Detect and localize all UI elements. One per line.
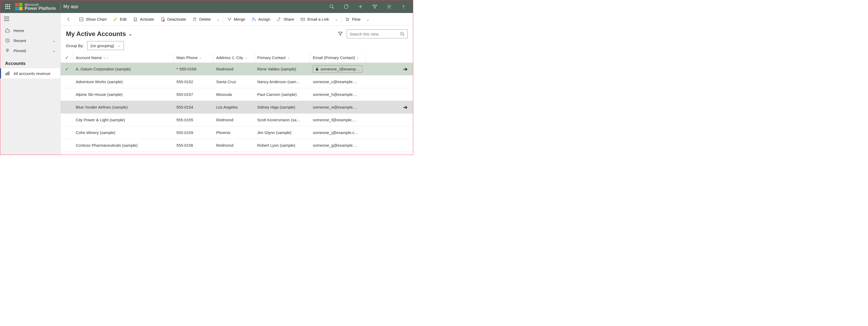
document-cancel-icon — [160, 17, 165, 22]
filter-global-icon[interactable] — [370, 2, 379, 11]
column-header-phone[interactable]: Main Phone ⌄ — [174, 53, 213, 63]
row-navigate[interactable]: ➔ — [366, 66, 413, 72]
cell-primary-contact[interactable]: Robert Lyon (sample) — [254, 143, 310, 148]
flow-button[interactable]: Flow — [342, 15, 364, 23]
cell-account-name[interactable]: Blue Yonder Airlines (sample) — [73, 105, 174, 109]
chevron-down-icon: ⌄ — [106, 56, 109, 59]
cell-email[interactable]: someone_h@example.… — [310, 92, 366, 97]
assign-button[interactable]: Assign — [248, 15, 273, 23]
svg-point-29 — [253, 18, 254, 19]
svg-rect-24 — [6, 73, 6, 75]
sidebar-item-home[interactable]: Home — [0, 25, 60, 35]
cell-main-phone[interactable]: 555-0157 — [174, 92, 213, 97]
search-input[interactable] — [350, 32, 400, 36]
cell-email[interactable]: someone_c@example.… — [310, 79, 366, 84]
search-icon[interactable] — [327, 2, 337, 11]
svg-rect-3 — [5, 6, 6, 7]
cell-primary-contact[interactable]: Rene Valdes (sample) — [254, 67, 310, 71]
help-icon[interactable] — [399, 2, 408, 11]
sidebar-item-recent[interactable]: Recent ⌄ — [0, 35, 60, 45]
cell-email[interactable]: someone_j@example.c… — [310, 130, 366, 135]
cell-city[interactable]: Los Angeles — [213, 105, 254, 109]
cell-city[interactable]: Missoula — [213, 92, 254, 97]
merge-icon — [227, 17, 232, 22]
row-checkbox[interactable]: ✓ — [61, 66, 73, 71]
cell-account-name[interactable]: A. Datum Corporation (sample) — [73, 67, 174, 71]
chevron-down-icon: ⌄ — [356, 56, 359, 59]
email-link-button[interactable]: Email a Link — [297, 15, 332, 23]
sidebar-item-pinned[interactable]: Pinned ⌄ — [0, 45, 60, 56]
cell-city[interactable]: Redmond — [213, 67, 254, 71]
merge-button[interactable]: Merge — [224, 15, 248, 23]
chevron-down-icon: ⌄ — [52, 48, 56, 53]
cell-account-name[interactable]: Alpine Ski House (sample) — [73, 92, 174, 97]
table-row[interactable]: Coho Winery (sample)555-0159PhoenixJim G… — [61, 126, 413, 139]
groupby-select[interactable]: (no grouping) ⌄ — [87, 41, 124, 50]
sidebar-item-all-accounts-revenue[interactable]: All accounts revenue — [0, 68, 60, 78]
cell-email[interactable]: someone_g@example.… — [310, 143, 366, 148]
cell-account-name[interactable]: Coho Winery (sample) — [73, 130, 174, 135]
mail-icon — [300, 17, 305, 22]
cell-primary-contact[interactable]: Nancy Anderson (sam… — [254, 79, 310, 84]
edit-button[interactable]: Edit — [110, 15, 130, 23]
table-row[interactable]: Adventure Works (sample)555-0152Santa Cr… — [61, 75, 413, 88]
cell-account-name[interactable]: City Power & Light (sample) — [73, 118, 174, 122]
cell-email[interactable]: someone_f@example.… — [310, 118, 366, 122]
column-header-email[interactable]: Email (Primary Contact) ⌄ — [310, 53, 366, 63]
svg-rect-8 — [9, 8, 10, 9]
table-row[interactable]: Blue Yonder Airlines (sample)555-0154Los… — [61, 101, 413, 113]
table-row[interactable]: ✓A. Datum Corporation (sample)*555-0158R… — [61, 63, 413, 75]
column-header-contact[interactable]: Primary Contact ⌄ — [254, 53, 310, 63]
cell-primary-contact[interactable]: Paul Cannon (sample) — [254, 92, 310, 97]
delete-dropdown[interactable]: ⌄ — [214, 17, 222, 22]
cell-main-phone[interactable]: 555-0156 — [174, 143, 213, 148]
share-button[interactable]: Share — [273, 15, 297, 23]
cell-city[interactable]: Redmond — [213, 118, 254, 122]
cell-account-name[interactable]: Contoso Pharmaceuticals (sample) — [73, 143, 174, 148]
cell-city[interactable]: Phoenix — [213, 130, 254, 135]
cell-main-phone[interactable]: 555-0152 — [174, 79, 213, 84]
app-launcher-icon[interactable] — [2, 4, 13, 9]
add-icon[interactable] — [356, 2, 365, 11]
sidebar-toggle-icon[interactable] — [0, 15, 60, 25]
task-icon[interactable] — [341, 2, 351, 11]
deactivate-button[interactable]: Deactivate — [157, 15, 189, 23]
cell-primary-contact[interactable]: Jim Glynn (sample) — [254, 130, 310, 135]
column-header-name[interactable]: Account Name ↑ ⌄ — [73, 53, 174, 63]
filter-button[interactable] — [334, 31, 347, 37]
delete-button[interactable]: Delete — [189, 15, 214, 23]
cell-main-phone[interactable]: *555-0158 — [174, 67, 213, 71]
cell-email[interactable]: someone_i@examp… — [310, 65, 366, 72]
cell-main-phone[interactable]: 555-0154 — [174, 105, 213, 109]
search-view-input[interactable] — [347, 29, 408, 38]
cell-email[interactable]: someone_e@example.… — [310, 105, 366, 109]
cell-main-phone[interactable]: 555-0159 — [174, 130, 213, 135]
settings-icon[interactable] — [384, 2, 394, 11]
svg-rect-6 — [5, 8, 6, 9]
column-header-city[interactable]: Address 1: City ⌄ — [213, 53, 254, 63]
show-chart-button[interactable]: Show Chart — [76, 15, 110, 23]
cell-primary-contact[interactable]: Sidney Higa (sample) — [254, 105, 310, 109]
table-row[interactable]: City Power & Light (sample)555-0155Redmo… — [61, 113, 413, 126]
view-picker[interactable]: My Active Accounts ⌄ — [66, 30, 132, 38]
select-all-checkbox[interactable]: ✓ — [61, 55, 73, 60]
chevron-down-icon: ⌄ — [245, 56, 247, 59]
chevron-down-icon: ⌄ — [199, 56, 202, 59]
table-row[interactable]: Contoso Pharmaceuticals (sample)555-0156… — [61, 139, 413, 152]
svg-rect-7 — [7, 8, 8, 9]
back-button[interactable] — [63, 17, 74, 22]
flow-dropdown[interactable]: ⌄ — [364, 17, 372, 22]
brand-line1: Microsoft — [25, 3, 56, 6]
activate-button[interactable]: Activate — [130, 15, 157, 23]
svg-point-31 — [401, 32, 403, 35]
row-navigate[interactable]: ➔ — [366, 104, 413, 110]
email-link-dropdown[interactable]: ⌄ — [332, 17, 341, 22]
cell-primary-contact[interactable]: Scott Konersmann (sa… — [254, 118, 310, 122]
cell-city[interactable]: Santa Cruz — [213, 79, 254, 84]
sidebar-section-header: Accounts — [0, 56, 60, 68]
arrow-right-icon: ➔ — [403, 66, 408, 72]
cell-main-phone[interactable]: 555-0155 — [174, 118, 213, 122]
cell-account-name[interactable]: Adventure Works (sample) — [73, 79, 174, 84]
table-row[interactable]: Alpine Ski House (sample)555-0157Missoul… — [61, 88, 413, 101]
cell-city[interactable]: Redmond — [213, 143, 254, 148]
